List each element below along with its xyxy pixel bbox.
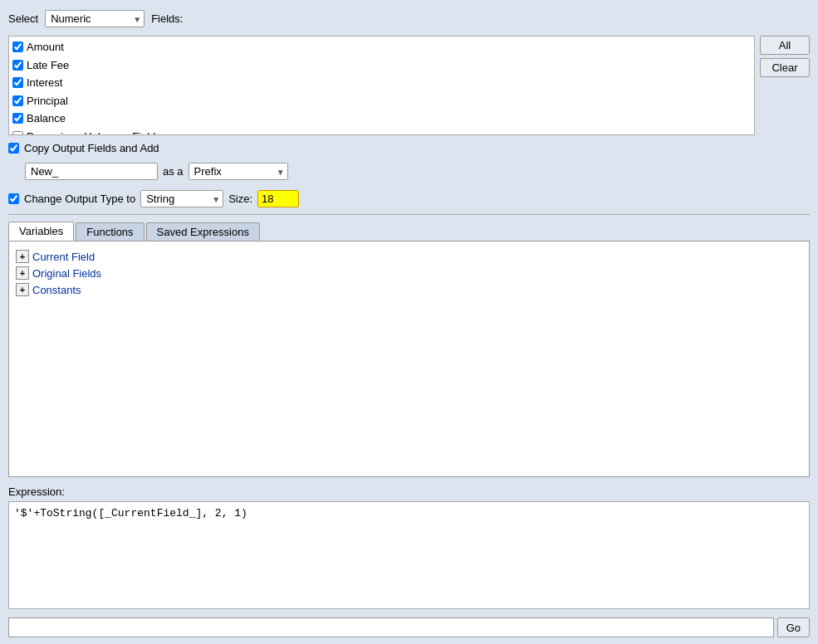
- list-item: Interest: [12, 74, 751, 92]
- expand-icon-original[interactable]: +: [16, 266, 29, 280]
- tree-label-current[interactable]: Current Field: [32, 251, 95, 263]
- main-container: Select Numeric String Date Boolean ▼ Fie…: [0, 0, 818, 644]
- field-label-interest[interactable]: Interest: [27, 75, 62, 91]
- tab-functions[interactable]: Functions: [76, 222, 144, 241]
- list-item: Amount: [12, 38, 751, 56]
- list-item: Dynamic or Unknown Fields: [12, 128, 751, 136]
- fields-label: Fields:: [151, 12, 183, 25]
- prefix-input[interactable]: [25, 163, 158, 180]
- as-a-label: as a: [163, 165, 184, 178]
- clear-button[interactable]: Clear: [760, 58, 810, 77]
- expression-area[interactable]: '$'+ToString([_CurrentField_], 2, 1): [8, 501, 810, 609]
- fields-section: Amount Late Fee Interest Principal Balan…: [8, 36, 810, 135]
- change-output-label[interactable]: Change Output Type to: [24, 193, 135, 205]
- field-checkbox-balance[interactable]: [12, 113, 23, 124]
- tree-item-original-fields[interactable]: + Original Fields: [16, 265, 802, 281]
- change-output-checkbox[interactable]: [8, 193, 19, 204]
- tree-item-current-field[interactable]: + Current Field: [16, 248, 802, 265]
- bottom-bar: Go: [8, 617, 810, 637]
- list-item: Principal: [12, 92, 751, 110]
- field-checkbox-dynamic[interactable]: [12, 131, 23, 135]
- tabs-content: + Current Field + Original Fields + Cons…: [8, 241, 810, 477]
- expand-icon-current[interactable]: +: [16, 250, 29, 263]
- fields-buttons-col: All Clear: [760, 36, 810, 77]
- prefix-row: as a Prefix Suffix ▼: [8, 161, 810, 183]
- tabs-header: Variables Functions Saved Expressions: [8, 222, 810, 241]
- header-row: Select Numeric String Date Boolean ▼ Fie…: [8, 7, 810, 31]
- copy-output-checkbox[interactable]: [8, 143, 19, 154]
- copy-output-label[interactable]: Copy Output Fields and Add: [24, 142, 159, 154]
- output-type-dropdown-wrapper[interactable]: String Numeric Date ▼: [140, 190, 223, 207]
- prefix-type-wrapper[interactable]: Prefix Suffix ▼: [189, 163, 288, 180]
- expression-section: Expression: '$'+ToString([_CurrentField_…: [8, 485, 810, 609]
- all-button[interactable]: All: [760, 36, 810, 55]
- field-checkbox-amount[interactable]: [12, 41, 23, 52]
- field-checkbox-principal[interactable]: [12, 95, 23, 106]
- list-item: Late Fee: [12, 56, 751, 75]
- field-checkbox-interest[interactable]: [12, 77, 23, 88]
- tab-saved-expressions[interactable]: Saved Expressions: [146, 222, 260, 241]
- fields-list[interactable]: Amount Late Fee Interest Principal Balan…: [8, 36, 755, 135]
- tree-label-original[interactable]: Original Fields: [32, 267, 101, 280]
- field-label-latefee[interactable]: Late Fee: [27, 57, 69, 74]
- output-type-row: Change Output Type to String Numeric Dat…: [8, 188, 810, 215]
- type-dropdown-wrapper[interactable]: Numeric String Date Boolean ▼: [45, 10, 144, 27]
- type-dropdown[interactable]: Numeric String Date Boolean: [45, 10, 144, 27]
- size-input[interactable]: [257, 190, 299, 207]
- go-button[interactable]: Go: [777, 617, 810, 637]
- field-label-principal[interactable]: Principal: [27, 93, 68, 110]
- bottom-input[interactable]: [8, 617, 774, 637]
- select-label: Select: [8, 12, 38, 25]
- field-checkbox-latefee[interactable]: [12, 60, 23, 71]
- tabs-section: Variables Functions Saved Expressions + …: [8, 222, 810, 477]
- expression-label: Expression:: [8, 485, 810, 498]
- field-label-amount[interactable]: Amount: [27, 39, 64, 56]
- prefix-type-dropdown[interactable]: Prefix Suffix: [189, 163, 288, 180]
- tree-label-constants[interactable]: Constants: [32, 284, 81, 296]
- copy-output-row: Copy Output Fields and Add: [8, 140, 810, 156]
- list-item: Balance: [12, 110, 751, 128]
- expand-icon-constants[interactable]: +: [16, 283, 29, 296]
- output-type-dropdown[interactable]: String Numeric Date: [140, 190, 223, 207]
- tree-item-constants[interactable]: + Constants: [16, 281, 802, 298]
- field-label-balance[interactable]: Balance: [27, 110, 66, 127]
- field-label-dynamic[interactable]: Dynamic or Unknown Fields: [27, 129, 161, 136]
- size-label: Size:: [228, 193, 252, 205]
- tab-variables[interactable]: Variables: [8, 222, 74, 241]
